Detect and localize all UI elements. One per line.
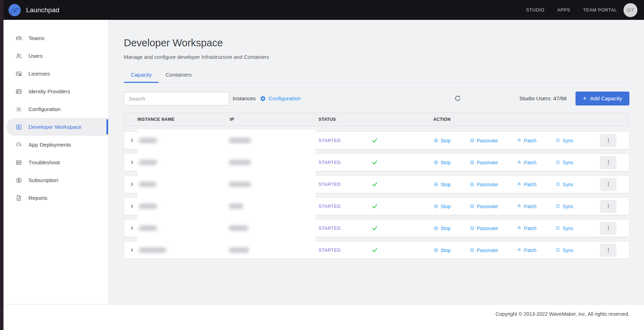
status-cell: STARTED — [319, 247, 433, 253]
sync-icon — [555, 248, 561, 253]
wavemaker-logo-icon — [8, 4, 21, 16]
user-avatar[interactable]: GT — [623, 3, 637, 17]
check-icon — [371, 225, 378, 231]
app-name: Launchpad — [26, 6, 59, 14]
stop-action-link[interactable]: Stop — [433, 138, 451, 143]
sidebar-item-label: Teams — [29, 35, 45, 41]
col-instance-name: INSTANCE NAME — [137, 117, 230, 122]
stop-icon — [433, 138, 438, 143]
redacted-text-start: .. — [137, 227, 140, 230]
status-badge: STARTED — [319, 226, 371, 231]
add-capacity-label: Add Capacity — [590, 95, 622, 102]
stop-icon — [433, 204, 438, 209]
tab-capacity[interactable]: Capacity — [124, 69, 159, 82]
vertical-dots-icon — [605, 225, 611, 231]
page-subtitle: Manage and configure developer Infrastru… — [124, 54, 629, 60]
sync-action-link[interactable]: Sync — [555, 160, 573, 165]
row-menu-button[interactable] — [600, 156, 617, 169]
search-input[interactable] — [124, 92, 229, 105]
sync-action-link[interactable]: Sync — [555, 138, 573, 143]
patch-icon — [517, 226, 522, 231]
row-actions: Stop Passivate Patch Sync — [433, 204, 591, 209]
configuration-icon — [15, 106, 22, 113]
stop-action-link[interactable]: Stop — [433, 248, 451, 253]
redacted-ip — [229, 138, 251, 143]
redacted-ip — [229, 204, 243, 209]
row-menu-button[interactable] — [600, 244, 617, 257]
sync-action-link[interactable]: Sync — [555, 248, 573, 253]
sync-icon — [555, 160, 561, 165]
passivate-action-link[interactable]: Passivate — [469, 182, 498, 187]
stop-action-link[interactable]: Stop — [433, 182, 451, 187]
plus-icon: + — [583, 95, 587, 102]
sync-action-link[interactable]: Sync — [555, 204, 573, 209]
footer: Copyright © 2013-2022 WaveMaker, Inc. Al… — [0, 304, 644, 330]
stop-icon — [433, 248, 438, 253]
passivate-action-link[interactable]: Passivate — [469, 204, 498, 209]
chevron-right-icon[interactable] — [129, 248, 135, 253]
patch-icon — [517, 182, 522, 187]
passivate-action-link[interactable]: Passivate — [469, 248, 498, 253]
check-icon — [371, 159, 378, 166]
stop-action-link[interactable]: Stop — [433, 226, 451, 231]
sidebar-item-troubleshoot[interactable]: Troubleshoot — [0, 154, 108, 171]
status-badge: STARTED — [319, 138, 371, 143]
topbar-link-apps[interactable]: APPS — [557, 7, 570, 13]
sidebar-item-developer-workspace[interactable]: Developer Workspace — [6, 118, 108, 136]
sync-action-link[interactable]: Sync — [555, 226, 573, 231]
patch-action-link[interactable]: Patch — [517, 204, 537, 209]
sidebar-item-users[interactable]: Users — [0, 47, 108, 65]
patch-action-link[interactable]: Patch — [517, 226, 537, 231]
sidebar-item-identity-providers[interactable]: Identity Providers — [0, 82, 108, 100]
redacted-text-start: .. — [137, 161, 140, 164]
reports-icon — [15, 195, 22, 202]
toolbar: Instances Configuration Studio Users: 47… — [124, 92, 629, 105]
patch-action-link[interactable]: Patch — [517, 182, 537, 187]
passivate-action-link[interactable]: Passivate — [469, 160, 498, 165]
row-actions: Stop Passivate Patch Sync — [433, 160, 591, 165]
sidebar-item-label: Identity Providers — [29, 88, 70, 95]
topbar-link-studio[interactable]: STUDIO — [526, 7, 545, 13]
chevron-right-icon[interactable] — [129, 226, 135, 231]
check-icon — [371, 181, 378, 188]
tab-containers[interactable]: Containers — [159, 69, 199, 82]
passivate-action-link[interactable]: Passivate — [469, 138, 498, 143]
sidebar-item-app-deployments[interactable]: App Deployments — [0, 136, 108, 154]
refresh-button[interactable] — [454, 95, 461, 102]
chevron-right-icon[interactable] — [129, 160, 135, 165]
chevron-right-icon[interactable] — [129, 138, 135, 143]
stop-action-link[interactable]: Stop — [433, 160, 451, 165]
sidebar-item-label: Developer Workspace — [29, 124, 81, 130]
chevron-right-icon[interactable] — [129, 204, 135, 209]
sidebar-item-teams[interactable]: Teams — [0, 29, 108, 47]
vertical-dots-icon — [605, 203, 611, 209]
patch-action-link[interactable]: Patch — [517, 248, 537, 253]
add-capacity-button[interactable]: + Add Capacity — [575, 92, 629, 105]
sync-action-link[interactable]: Sync — [555, 182, 573, 187]
page-title: Developer Workspace — [124, 37, 629, 49]
chevron-right-icon[interactable] — [129, 182, 135, 187]
table-rows: .. STARTED Stop Passivate Patch Sync .. … — [124, 132, 629, 259]
topbar-link-team-portal[interactable]: TEAM PORTAL — [583, 7, 617, 13]
redacted-instance-name — [139, 182, 156, 187]
patch-action-link[interactable]: Patch — [517, 160, 537, 165]
redacted-text-start: .. — [137, 205, 140, 208]
studio-users-count: Studio Users: 47/68 — [520, 95, 567, 102]
configuration-link[interactable]: Configuration — [260, 95, 300, 102]
sidebar-item-licenses[interactable]: Licenses — [0, 65, 108, 82]
stop-action-link[interactable]: Stop — [433, 204, 451, 209]
licenses-icon — [15, 70, 22, 77]
status-badge: STARTED — [319, 182, 371, 187]
sidebar-item-configuration[interactable]: Configuration — [0, 100, 108, 118]
configuration-label: Configuration — [268, 95, 300, 102]
patch-icon — [517, 160, 522, 165]
row-menu-button[interactable] — [600, 134, 617, 147]
row-menu-button[interactable] — [600, 178, 617, 191]
sidebar-item-subscription[interactable]: Subscription — [0, 171, 108, 189]
sidebar-item-reports[interactable]: Reports — [0, 189, 108, 207]
row-menu-button[interactable] — [600, 222, 617, 235]
passivate-action-link[interactable]: Passivate — [469, 226, 498, 231]
sync-icon — [555, 182, 561, 187]
row-menu-button[interactable] — [600, 200, 617, 213]
patch-action-link[interactable]: Patch — [517, 138, 537, 143]
